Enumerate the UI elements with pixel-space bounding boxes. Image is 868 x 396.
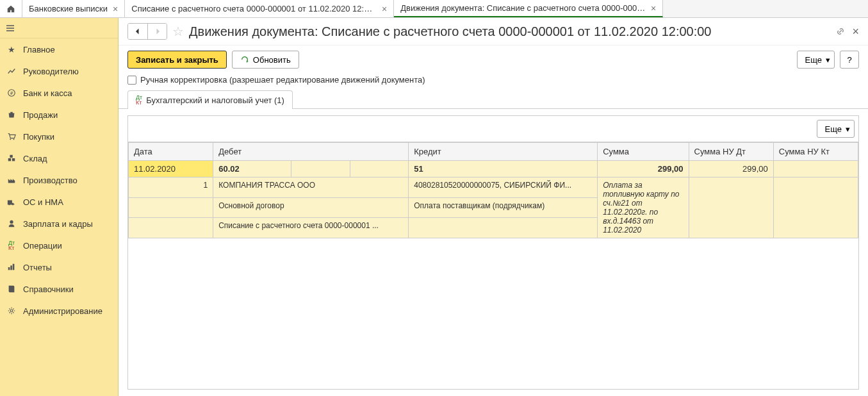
boxes-icon [6, 153, 17, 163]
svg-rect-9 [10, 265, 12, 270]
sidebar-item-manager[interactable]: Руководителю [0, 60, 118, 82]
svg-point-7 [10, 220, 13, 224]
svg-point-11 [10, 309, 13, 312]
star-icon: ★ [6, 44, 17, 54]
svg-rect-5 [12, 158, 15, 161]
chart-icon [6, 66, 17, 76]
sidebar-item-admin[interactable]: Администрирование [0, 300, 118, 322]
tab-writeoff[interactable]: Списание с расчетного счета 0000-000001 … [125, 0, 394, 17]
dtkt-icon: ДтКт [6, 240, 17, 251]
sidebar-menu-toggle[interactable] [0, 18, 118, 38]
bag-icon [6, 110, 17, 120]
col-credit[interactable]: Кредит [409, 143, 598, 161]
manual-correction-row: Ручная корректировка (разрешает редактир… [119, 74, 868, 90]
col-sum[interactable]: Сумма [598, 143, 689, 161]
tab-label: Движения документа: Списание с расчетног… [400, 3, 646, 13]
bars-icon [6, 262, 17, 272]
col-nud[interactable]: Сумма НУ Дт [689, 143, 773, 161]
page-title: Движения документа: Списание с расчетног… [189, 24, 830, 39]
sidebar-item-catalogs[interactable]: Справочники [0, 278, 118, 300]
refresh-button[interactable]: Обновить [232, 51, 299, 69]
table-row[interactable]: 11.02.2020 60.02 51 299,00 299,00 [129, 161, 858, 177]
svg-rect-6 [10, 155, 12, 158]
grid-more-button[interactable]: Еще ▾ [817, 120, 855, 138]
cell-credit-sub1: 40802810520000000075, СИБИРСКИЙ ФИ... [409, 177, 598, 198]
home-tab[interactable] [0, 0, 22, 17]
grid-container: Еще ▾ Дата Дебет Кредит Сумма Сумма НУ Д… [127, 115, 859, 390]
accounting-grid[interactable]: Дата Дебет Кредит Сумма Сумма НУ Дт Сумм… [128, 142, 858, 389]
back-button[interactable] [128, 24, 147, 39]
dtkt-icon: ДтКт [136, 95, 142, 105]
inner-tabs: ДтКт Бухгалтерский и налоговый учет (1) [119, 90, 868, 109]
col-debit[interactable]: Дебет [213, 143, 409, 161]
col-nuk[interactable]: Сумма НУ Кт [773, 143, 858, 161]
gear-icon [6, 306, 17, 316]
svg-rect-4 [8, 158, 11, 161]
close-icon[interactable]: × [382, 4, 387, 14]
table-header-row: Дата Дебет Кредит Сумма Сумма НУ Дт Сумм… [129, 143, 858, 161]
sidebar-item-main[interactable]: ★Главное [0, 38, 118, 60]
cell-sum: 299,00 [598, 161, 689, 177]
tab-movements[interactable]: Движения документа: Списание с расчетног… [394, 0, 663, 17]
cell-num: 1 [129, 177, 213, 198]
close-icon[interactable]: × [113, 4, 118, 14]
cell-debit-sub2: Основной договор [213, 197, 409, 218]
svg-point-3 [13, 139, 15, 140]
cell-nud: 299,00 [689, 161, 773, 177]
sidebar: ★Главное Руководителю ₽Банк и касса Прод… [0, 18, 119, 396]
person-icon [6, 219, 17, 229]
tab-label: Банковские выписки [29, 4, 108, 13]
forward-button[interactable] [147, 24, 167, 39]
tab-label: Списание с расчетного счета 0000-000001 … [131, 4, 377, 13]
manual-correction-label: Ручная корректировка (разрешает редактир… [140, 75, 425, 85]
link-icon[interactable] [835, 26, 846, 37]
truck-icon [6, 197, 17, 207]
sidebar-item-purchases[interactable]: Покупки [0, 126, 118, 147]
sidebar-item-assets[interactable]: ОС и НМА [0, 191, 118, 213]
book-icon [6, 284, 17, 294]
cell-debit-sub1: КОМПАНИЯ ТРАССА ООО [213, 177, 409, 198]
home-icon [6, 4, 15, 13]
close-button[interactable]: × [852, 25, 859, 38]
grid-toolbar: Еще ▾ [128, 116, 858, 142]
sidebar-item-warehouse[interactable]: Склад [0, 147, 118, 169]
cell-debit-acc: 60.02 [213, 161, 291, 177]
ruble-icon: ₽ [6, 88, 17, 98]
menu-icon [5, 23, 15, 33]
save-close-button[interactable]: Записать и закрыть [127, 51, 227, 69]
cell-comment: Оплата за топливную карту по сч.№21 от 1… [598, 177, 689, 238]
chevron-down-icon: ▾ [826, 55, 830, 65]
svg-text:₽: ₽ [10, 91, 13, 95]
cell-nuk [773, 161, 858, 177]
cell-date: 11.02.2020 [129, 161, 213, 177]
tab-bank-statements[interactable]: Банковские выписки × [22, 0, 125, 17]
tab-accounting[interactable]: ДтКт Бухгалтерский и налоговый учет (1) [127, 90, 293, 109]
svg-rect-10 [13, 264, 15, 270]
manual-correction-checkbox[interactable] [127, 76, 136, 85]
refresh-icon [240, 55, 249, 64]
sidebar-item-operations[interactable]: ДтКтОперации [0, 235, 118, 256]
content-area: ☆ Движения документа: Списание с расчетн… [119, 18, 868, 396]
factory-icon [6, 175, 17, 185]
help-button[interactable]: ? [840, 51, 859, 69]
titlebar: ☆ Движения документа: Списание с расчетн… [119, 18, 868, 45]
favorite-icon[interactable]: ☆ [172, 24, 184, 39]
cell-credit-acc: 51 [409, 161, 598, 177]
svg-point-2 [10, 139, 11, 140]
svg-rect-8 [8, 267, 10, 270]
sidebar-item-sales[interactable]: Продажи [0, 104, 118, 126]
toolbar: Записать и закрыть Обновить Еще ▾ ? [119, 45, 868, 74]
nav-buttons [127, 23, 167, 40]
cart-icon [6, 131, 17, 142]
col-date[interactable]: Дата [129, 143, 213, 161]
sidebar-item-salary[interactable]: Зарплата и кадры [0, 213, 118, 235]
table-row[interactable]: 1 КОМПАНИЯ ТРАССА ООО 408028105200000000… [129, 177, 858, 198]
window-tabbar: Банковские выписки × Списание с расчетно… [0, 0, 868, 18]
chevron-down-icon: ▾ [846, 124, 850, 134]
close-icon[interactable]: × [651, 3, 656, 13]
sidebar-item-reports[interactable]: Отчеты [0, 256, 118, 278]
sidebar-item-production[interactable]: Производство [0, 169, 118, 191]
sidebar-item-bank[interactable]: ₽Банк и касса [0, 82, 118, 104]
cell-debit-sub3: Списание с расчетного счета 0000-000001 … [213, 218, 409, 238]
more-button[interactable]: Еще ▾ [797, 51, 835, 69]
